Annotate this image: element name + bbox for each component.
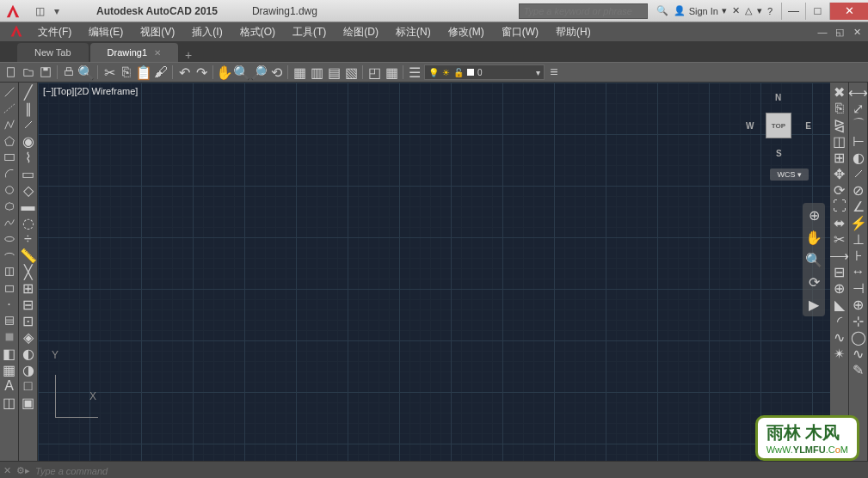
menu-format[interactable]: 格式(O) bbox=[231, 25, 284, 40]
table-icon[interactable]: ▦ bbox=[2, 362, 17, 377]
trim-icon[interactable]: ✂ bbox=[832, 231, 847, 247]
nav-pan-icon[interactable]: ✋ bbox=[805, 229, 822, 246]
menu-tools[interactable]: 工具(T) bbox=[284, 25, 335, 40]
command-input[interactable] bbox=[35, 466, 865, 476]
qat-new-icon[interactable]: ◫ bbox=[33, 4, 46, 18]
drawing-canvas[interactable]: [−][Top][2D Wireframe] Y X N S E W TOP W… bbox=[38, 83, 830, 461]
dim-quick-icon[interactable]: ⚡ bbox=[851, 215, 866, 230]
tab-newtab[interactable]: New Tab bbox=[17, 43, 89, 62]
mdi-restore-button[interactable]: ◱ bbox=[832, 25, 847, 39]
print-icon[interactable] bbox=[61, 64, 77, 80]
cut-icon[interactable]: ✂ bbox=[102, 64, 117, 80]
fullnav-icon[interactable]: ⊕ bbox=[805, 206, 822, 224]
rectangle-icon[interactable] bbox=[2, 150, 17, 165]
layer-props-icon[interactable]: ☰ bbox=[407, 64, 422, 80]
dim-jogged-icon[interactable]: ⟋ bbox=[851, 166, 866, 181]
polygon-icon[interactable] bbox=[2, 133, 17, 149]
donut-icon[interactable]: ◉ bbox=[21, 133, 36, 149]
viewcube-w[interactable]: W bbox=[746, 121, 754, 131]
help-icon[interactable]: ? bbox=[767, 6, 773, 16]
3dface-icon[interactable]: ◇ bbox=[21, 182, 36, 198]
open-icon[interactable] bbox=[21, 64, 36, 80]
chamfer-icon[interactable]: ◣ bbox=[832, 297, 847, 312]
viewport-label[interactable]: [−][Top][2D Wireframe] bbox=[43, 86, 138, 96]
dim-ordinate-icon[interactable]: ⊢ bbox=[851, 133, 866, 149]
app-logo[interactable] bbox=[0, 0, 26, 22]
polyline-icon[interactable] bbox=[2, 117, 17, 132]
maximize-button[interactable]: □ bbox=[805, 3, 829, 20]
multiline-icon[interactable]: ∥ bbox=[21, 101, 36, 116]
zoom-icon[interactable]: 🔍 bbox=[234, 64, 249, 80]
minimize-button[interactable]: — bbox=[781, 3, 805, 20]
menu-draw[interactable]: 绘图(D) bbox=[335, 25, 387, 40]
tolerance-icon[interactable]: ⊕ bbox=[851, 297, 866, 312]
dim-aligned-icon[interactable]: ⤢ bbox=[851, 101, 866, 116]
zoom-flyout-icon[interactable]: 🔎 bbox=[251, 64, 267, 80]
erase-icon[interactable]: ✖ bbox=[832, 84, 847, 100]
move-icon[interactable]: ✥ bbox=[832, 166, 847, 181]
tool-a-icon[interactable]: ⊞ bbox=[21, 280, 36, 296]
gradient-icon[interactable] bbox=[2, 329, 17, 345]
save-icon[interactable] bbox=[38, 64, 53, 80]
match-icon[interactable]: 🖌 bbox=[153, 64, 169, 80]
tool-b-icon[interactable]: ⊟ bbox=[21, 297, 36, 312]
menu-view[interactable]: 视图(V) bbox=[132, 25, 183, 40]
spline-icon[interactable] bbox=[2, 215, 17, 230]
toolpalette-icon[interactable]: ▤ bbox=[326, 64, 342, 80]
divider-tool-icon[interactable]: ÷ bbox=[21, 231, 36, 247]
ellipsearc-icon[interactable] bbox=[2, 248, 17, 263]
zoom-prev-icon[interactable]: ⟲ bbox=[268, 64, 284, 80]
array-icon[interactable]: ⊞ bbox=[832, 150, 847, 165]
boundary-icon[interactable]: ◌ bbox=[21, 215, 36, 230]
pan-icon[interactable]: ✋ bbox=[217, 64, 232, 80]
break-icon[interactable]: ⊟ bbox=[832, 264, 847, 279]
wipeout-icon[interactable]: ▭ bbox=[21, 166, 36, 181]
arc-icon[interactable] bbox=[2, 166, 17, 181]
copy-icon[interactable]: ⎘ bbox=[119, 64, 134, 80]
preview-icon[interactable]: 🔍 bbox=[78, 64, 94, 80]
menu-insert[interactable]: 插入(I) bbox=[183, 25, 231, 40]
cmd-customize-icon[interactable]: ⚙▸ bbox=[16, 465, 30, 476]
menu-file[interactable]: 文件(F) bbox=[29, 25, 80, 40]
markup-icon[interactable]: ◰ bbox=[366, 64, 382, 80]
help-chevron-icon[interactable]: ▾ bbox=[757, 5, 762, 16]
tool-e-icon[interactable]: ◐ bbox=[21, 346, 36, 361]
undo-icon[interactable]: ↶ bbox=[176, 64, 192, 80]
mirror-icon[interactable]: ⧎ bbox=[832, 117, 847, 132]
nav-orbit-icon[interactable]: ⟳ bbox=[805, 273, 822, 291]
designcenter-icon[interactable]: ▥ bbox=[309, 64, 324, 80]
dim-linear-icon[interactable]: ⟷ bbox=[851, 84, 866, 100]
qat-open-icon[interactable]: ▾ bbox=[50, 4, 64, 18]
join-icon[interactable]: ⊕ bbox=[832, 280, 847, 296]
infocenter-icon[interactable]: 🔍 bbox=[656, 5, 668, 16]
tool-h-icon[interactable]: ▣ bbox=[21, 395, 36, 410]
viewcube-s[interactable]: S bbox=[776, 149, 782, 158]
mdi-close-button[interactable]: ✕ bbox=[849, 25, 865, 39]
dim-baseline-icon[interactable]: ⊥ bbox=[851, 231, 866, 247]
scale-icon[interactable]: ⛶ bbox=[832, 199, 847, 214]
mtext-icon[interactable]: A bbox=[2, 378, 17, 394]
dimedit-icon[interactable]: ✎ bbox=[851, 362, 866, 377]
measure-icon[interactable]: 📏 bbox=[21, 248, 36, 263]
wcs-label[interactable]: WCS ▾ bbox=[770, 169, 809, 181]
tool-c-icon[interactable]: ⊡ bbox=[21, 313, 36, 328]
app-menu-button[interactable] bbox=[3, 24, 29, 40]
layer-prev-icon[interactable]: ≡ bbox=[546, 64, 562, 80]
search-input[interactable] bbox=[519, 3, 648, 19]
tool-d-icon[interactable]: ◈ bbox=[21, 329, 36, 345]
sign-in-button[interactable]: 👤 Sign In ▾ bbox=[674, 5, 727, 16]
insert-icon[interactable] bbox=[2, 264, 17, 279]
constline-icon[interactable] bbox=[2, 101, 17, 116]
dim-space-icon[interactable]: ↔ bbox=[851, 264, 866, 279]
dim-break-icon[interactable]: ⊣ bbox=[851, 280, 866, 296]
blend-icon[interactable]: ∿ bbox=[832, 329, 847, 345]
quickcalc-icon[interactable]: ▦ bbox=[384, 64, 399, 80]
dim-continue-icon[interactable]: ⊦ bbox=[851, 248, 866, 263]
dim-angular-icon[interactable]: ∠ bbox=[851, 199, 866, 214]
helix-icon[interactable]: ⌇ bbox=[21, 150, 36, 165]
menu-modify[interactable]: 修改(M) bbox=[440, 25, 493, 40]
viewcube-face[interactable]: TOP bbox=[766, 113, 791, 138]
solid-icon[interactable]: ▬ bbox=[21, 199, 36, 214]
nav-showmotion-icon[interactable]: ▶ bbox=[805, 296, 822, 313]
viewcube[interactable]: N S E W TOP bbox=[744, 91, 813, 160]
